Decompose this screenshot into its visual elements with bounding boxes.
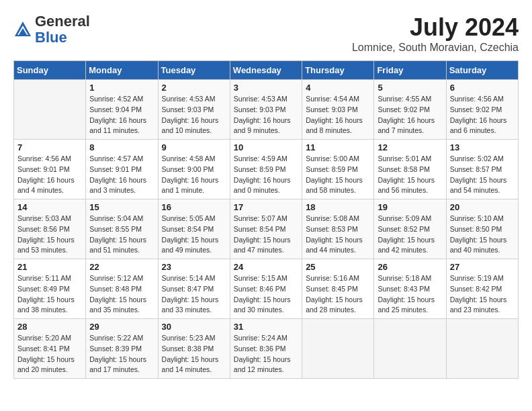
day-number: 20 bbox=[450, 202, 515, 212]
day-info: Sunrise: 5:16 AM Sunset: 8:45 PM Dayligh… bbox=[306, 273, 370, 316]
weekday-header-row: SundayMondayTuesdayWednesdayThursdayFrid… bbox=[14, 61, 519, 80]
day-number: 10 bbox=[234, 142, 298, 152]
logo-icon bbox=[13, 20, 32, 39]
calendar-cell bbox=[446, 319, 518, 379]
day-info: Sunrise: 5:04 AM Sunset: 8:55 PM Dayligh… bbox=[89, 214, 154, 256]
day-number: 21 bbox=[17, 262, 82, 272]
day-number: 3 bbox=[234, 83, 298, 93]
weekday-header: Saturday bbox=[446, 61, 518, 80]
calendar-cell: 11Sunrise: 5:00 AM Sunset: 8:59 PM Dayli… bbox=[302, 140, 374, 199]
day-number: 18 bbox=[306, 202, 370, 212]
day-number: 26 bbox=[378, 262, 442, 272]
calendar-cell: 3Sunrise: 4:53 AM Sunset: 9:03 PM Daylig… bbox=[230, 80, 302, 140]
calendar-cell: 25Sunrise: 5:16 AM Sunset: 8:45 PM Dayli… bbox=[302, 259, 374, 319]
day-info: Sunrise: 4:55 AM Sunset: 9:02 PM Dayligh… bbox=[378, 94, 442, 136]
day-number: 27 bbox=[450, 262, 515, 272]
weekday-header: Wednesday bbox=[230, 61, 302, 80]
day-info: Sunrise: 4:53 AM Sunset: 9:03 PM Dayligh… bbox=[234, 94, 298, 136]
calendar-cell: 14Sunrise: 5:03 AM Sunset: 8:56 PM Dayli… bbox=[14, 199, 86, 259]
calendar-cell: 4Sunrise: 4:54 AM Sunset: 9:03 PM Daylig… bbox=[302, 80, 374, 140]
day-info: Sunrise: 5:23 AM Sunset: 8:38 PM Dayligh… bbox=[162, 333, 226, 375]
calendar-cell: 21Sunrise: 5:11 AM Sunset: 8:49 PM Dayli… bbox=[14, 259, 86, 319]
day-info: Sunrise: 5:00 AM Sunset: 8:59 PM Dayligh… bbox=[306, 154, 370, 196]
day-number: 12 bbox=[378, 142, 442, 152]
day-number: 2 bbox=[162, 83, 226, 93]
day-number: 17 bbox=[234, 202, 298, 212]
calendar-week-row: 1Sunrise: 4:52 AM Sunset: 9:04 PM Daylig… bbox=[14, 80, 519, 140]
logo: General Blue bbox=[13, 13, 90, 46]
day-info: Sunrise: 5:11 AM Sunset: 8:49 PM Dayligh… bbox=[17, 273, 82, 316]
page-header: General Blue July 2024 Lomnice, South Mo… bbox=[13, 13, 519, 54]
day-info: Sunrise: 4:56 AM Sunset: 9:01 PM Dayligh… bbox=[17, 154, 82, 196]
calendar-cell: 2Sunrise: 4:53 AM Sunset: 9:03 PM Daylig… bbox=[158, 80, 230, 140]
logo-blue-text: Blue bbox=[35, 29, 67, 46]
calendar-table: SundayMondayTuesdayWednesdayThursdayFrid… bbox=[13, 60, 519, 379]
day-number: 5 bbox=[378, 83, 442, 93]
day-info: Sunrise: 5:24 AM Sunset: 8:36 PM Dayligh… bbox=[234, 333, 298, 375]
calendar-cell: 1Sunrise: 4:52 AM Sunset: 9:04 PM Daylig… bbox=[86, 80, 158, 140]
day-info: Sunrise: 4:57 AM Sunset: 9:01 PM Dayligh… bbox=[89, 154, 154, 196]
calendar-cell: 12Sunrise: 5:01 AM Sunset: 8:58 PM Dayli… bbox=[374, 140, 446, 199]
day-number: 1 bbox=[89, 83, 154, 93]
day-info: Sunrise: 5:14 AM Sunset: 8:47 PM Dayligh… bbox=[162, 273, 226, 316]
day-number: 14 bbox=[17, 202, 82, 212]
day-info: Sunrise: 5:18 AM Sunset: 8:43 PM Dayligh… bbox=[378, 273, 442, 316]
day-number: 7 bbox=[17, 142, 82, 152]
day-info: Sunrise: 5:22 AM Sunset: 8:39 PM Dayligh… bbox=[89, 333, 154, 375]
calendar-cell: 22Sunrise: 5:12 AM Sunset: 8:48 PM Dayli… bbox=[86, 259, 158, 319]
calendar-cell bbox=[14, 80, 86, 140]
day-number: 4 bbox=[306, 83, 370, 93]
title-block: July 2024 Lomnice, South Moravian, Czech… bbox=[352, 13, 519, 54]
day-number: 19 bbox=[378, 202, 442, 212]
weekday-header: Tuesday bbox=[158, 61, 230, 80]
day-info: Sunrise: 5:07 AM Sunset: 8:54 PM Dayligh… bbox=[234, 214, 298, 256]
day-number: 23 bbox=[162, 262, 226, 272]
day-number: 13 bbox=[450, 142, 515, 152]
weekday-header: Sunday bbox=[14, 61, 86, 80]
day-info: Sunrise: 5:08 AM Sunset: 8:53 PM Dayligh… bbox=[306, 214, 370, 256]
calendar-cell: 6Sunrise: 4:56 AM Sunset: 9:02 PM Daylig… bbox=[446, 80, 518, 140]
logo-general-text: General bbox=[35, 13, 90, 30]
calendar-cell: 17Sunrise: 5:07 AM Sunset: 8:54 PM Dayli… bbox=[230, 199, 302, 259]
month-title: July 2024 bbox=[352, 13, 519, 42]
calendar-week-row: 21Sunrise: 5:11 AM Sunset: 8:49 PM Dayli… bbox=[14, 259, 519, 319]
weekday-header: Thursday bbox=[302, 61, 374, 80]
calendar-cell: 29Sunrise: 5:22 AM Sunset: 8:39 PM Dayli… bbox=[86, 319, 158, 379]
day-info: Sunrise: 5:02 AM Sunset: 8:57 PM Dayligh… bbox=[450, 154, 515, 196]
day-number: 8 bbox=[89, 142, 154, 152]
calendar-week-row: 14Sunrise: 5:03 AM Sunset: 8:56 PM Dayli… bbox=[14, 199, 519, 259]
day-number: 30 bbox=[162, 322, 226, 332]
day-info: Sunrise: 4:56 AM Sunset: 9:02 PM Dayligh… bbox=[450, 94, 515, 136]
calendar-cell: 5Sunrise: 4:55 AM Sunset: 9:02 PM Daylig… bbox=[374, 80, 446, 140]
day-info: Sunrise: 4:52 AM Sunset: 9:04 PM Dayligh… bbox=[89, 94, 154, 136]
calendar-cell: 26Sunrise: 5:18 AM Sunset: 8:43 PM Dayli… bbox=[374, 259, 446, 319]
day-number: 15 bbox=[89, 202, 154, 212]
day-info: Sunrise: 5:09 AM Sunset: 8:52 PM Dayligh… bbox=[378, 214, 442, 256]
calendar-cell: 16Sunrise: 5:05 AM Sunset: 8:54 PM Dayli… bbox=[158, 199, 230, 259]
day-number: 9 bbox=[162, 142, 226, 152]
calendar-cell bbox=[302, 319, 374, 379]
day-info: Sunrise: 5:12 AM Sunset: 8:48 PM Dayligh… bbox=[89, 273, 154, 316]
calendar-cell: 31Sunrise: 5:24 AM Sunset: 8:36 PM Dayli… bbox=[230, 319, 302, 379]
calendar-cell bbox=[374, 319, 446, 379]
day-number: 22 bbox=[89, 262, 154, 272]
calendar-cell: 27Sunrise: 5:19 AM Sunset: 8:42 PM Dayli… bbox=[446, 259, 518, 319]
calendar-cell: 7Sunrise: 4:56 AM Sunset: 9:01 PM Daylig… bbox=[14, 140, 86, 199]
day-number: 25 bbox=[306, 262, 370, 272]
day-info: Sunrise: 4:59 AM Sunset: 8:59 PM Dayligh… bbox=[234, 154, 298, 196]
day-info: Sunrise: 5:05 AM Sunset: 8:54 PM Dayligh… bbox=[162, 214, 226, 256]
day-number: 28 bbox=[17, 322, 82, 332]
calendar-cell: 9Sunrise: 4:58 AM Sunset: 9:00 PM Daylig… bbox=[158, 140, 230, 199]
calendar-cell: 15Sunrise: 5:04 AM Sunset: 8:55 PM Dayli… bbox=[86, 199, 158, 259]
calendar-cell: 23Sunrise: 5:14 AM Sunset: 8:47 PM Dayli… bbox=[158, 259, 230, 319]
calendar-cell: 24Sunrise: 5:15 AM Sunset: 8:46 PM Dayli… bbox=[230, 259, 302, 319]
day-number: 31 bbox=[234, 322, 298, 332]
calendar-cell: 28Sunrise: 5:20 AM Sunset: 8:41 PM Dayli… bbox=[14, 319, 86, 379]
calendar-week-row: 7Sunrise: 4:56 AM Sunset: 9:01 PM Daylig… bbox=[14, 140, 519, 199]
day-info: Sunrise: 5:10 AM Sunset: 8:50 PM Dayligh… bbox=[450, 214, 515, 256]
day-number: 11 bbox=[306, 142, 370, 152]
day-info: Sunrise: 4:53 AM Sunset: 9:03 PM Dayligh… bbox=[162, 94, 226, 136]
calendar-cell: 19Sunrise: 5:09 AM Sunset: 8:52 PM Dayli… bbox=[374, 199, 446, 259]
calendar-cell: 30Sunrise: 5:23 AM Sunset: 8:38 PM Dayli… bbox=[158, 319, 230, 379]
day-info: Sunrise: 5:03 AM Sunset: 8:56 PM Dayligh… bbox=[17, 214, 82, 256]
